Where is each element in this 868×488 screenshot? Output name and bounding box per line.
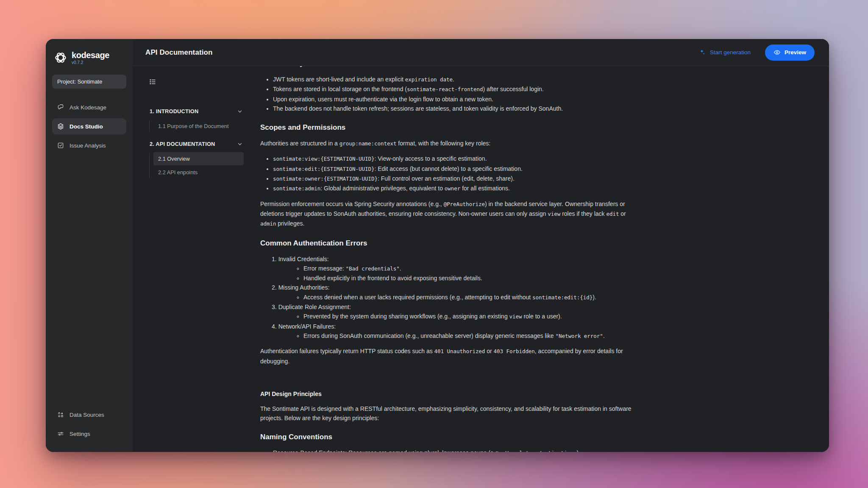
main-panel: API Documentation Start generation Previ…: [133, 39, 829, 452]
sub-list: Access denied when a user lacks required…: [272, 293, 635, 302]
list-item: Tokens are stored in local storage on th…: [273, 84, 635, 94]
list-item: The backend does not handle token refres…: [273, 104, 635, 113]
doc-heading-design-principles: API Design Principles: [260, 389, 635, 399]
list-item: sontimate:admin: Global administrative p…: [273, 184, 635, 193]
project-selector[interactable]: Project: Sontimate: [52, 75, 126, 89]
list-item: Resource-Based Endpoints: Resources are …: [273, 448, 635, 452]
layers-icon: [57, 123, 64, 130]
toc-section-introduction[interactable]: 1. INTRODUCTION: [149, 105, 244, 117]
sidebar-footer-nav: Data Sources Settings: [52, 407, 126, 442]
sidebar-item-label: Settings: [70, 431, 90, 437]
sparkles-icon: [699, 49, 706, 56]
document-body: Token Lifecycle and Renewal JWT tokens a…: [260, 66, 635, 452]
kodesage-logo-icon: [53, 50, 68, 65]
document-scroll-area[interactable]: Token Lifecycle and Renewal JWT tokens a…: [244, 66, 829, 452]
numbered-item: 4.Network/API Failures: Errors during So…: [260, 322, 635, 341]
sidebar-item-label: Issue Analysis: [70, 142, 106, 149]
toc-item-2-2-api-endpoints[interactable]: 2.2 API enpoints: [153, 166, 244, 179]
check-square-icon: [57, 142, 64, 149]
numbered-item: 1.Invalid Credentials: Error message: "B…: [260, 254, 635, 283]
doc-heading-naming-conventions: Naming Conventions: [260, 432, 635, 442]
paragraph: The Sontimate API is designed with a RES…: [260, 404, 635, 423]
item-title: Missing Authorities:: [278, 284, 330, 291]
start-generation-label: Start generation: [710, 49, 751, 56]
list-item: Access denied when a user lacks required…: [303, 293, 635, 302]
sidebar-item-label: Data Sources: [70, 412, 104, 418]
item-number: 4.: [272, 323, 277, 330]
toc-item-2-1-overview[interactable]: 2.1 Overview: [153, 152, 244, 165]
header: API Documentation Start generation Previ…: [133, 39, 829, 66]
toc-section-label: 2. API DOCUMENTATION: [150, 141, 215, 147]
list-item: JWT tokens are short-lived and include a…: [273, 75, 635, 84]
toc-section-api-documentation[interactable]: 2. API DOCUMENTATION: [149, 138, 244, 150]
toc-children-introduction: 1.1 Purpose of the Document: [149, 120, 244, 133]
item-number: 1.: [272, 256, 277, 262]
sidebar-item-ask-kodesage[interactable]: Ask Kodesage: [52, 99, 126, 115]
paragraph: Authentication failures typically return…: [260, 346, 635, 366]
eye-icon: [773, 49, 781, 56]
paragraph: Permission enforcement occurs via Spring…: [260, 199, 635, 229]
list-item: Prevented by the system during sharing w…: [303, 312, 635, 321]
data-sources-icon: [57, 411, 64, 418]
toc-item-1-1-purpose[interactable]: 1.1 Purpose of the Document: [153, 120, 244, 133]
preview-label: Preview: [785, 49, 806, 56]
list-item: sontimate:view:{ESTIMATION-UUID}: View-o…: [273, 154, 635, 164]
numbered-item: 2.Missing Authorities: Access denied whe…: [260, 283, 635, 302]
paragraph: Authorities are structured in a group:na…: [260, 139, 635, 148]
sidebar-item-issue-analysis[interactable]: Issue Analysis: [52, 137, 126, 153]
error-numbered-list: 1.Invalid Credentials: Error message: "B…: [260, 254, 635, 341]
toc-tree: 1. INTRODUCTION 1.1 Purpose of the Docum…: [149, 105, 244, 179]
doc-heading-token-lifecycle: Token Lifecycle and Renewal: [260, 66, 635, 69]
chevron-down-icon[interactable]: [237, 109, 243, 114]
sidebar-item-label: Docs Studio: [70, 123, 103, 130]
start-generation-button[interactable]: Start generation: [696, 48, 753, 56]
doc-heading-auth-errors: Common Authentication Errors: [260, 238, 635, 248]
page-title: API Documentation: [145, 48, 213, 57]
sidebar-item-data-sources[interactable]: Data Sources: [52, 407, 126, 423]
list-item: Error message: "Bad credentials".: [303, 264, 635, 273]
sub-list: Error message: "Bad credentials". Handle…: [272, 264, 635, 283]
toc-panel: 1. INTRODUCTION 1.1 Purpose of the Docum…: [133, 66, 244, 452]
logo: kodesage v0.7.2: [52, 50, 126, 65]
app-window: kodesage v0.7.2 Project: Sontimate Ask K…: [46, 39, 829, 452]
item-number: 3.: [272, 304, 277, 310]
item-title: Network/API Failures:: [278, 323, 336, 330]
sidebar-item-settings[interactable]: Settings: [52, 426, 126, 442]
app-version: v0.7.2: [72, 60, 109, 65]
app-name: kodesage: [72, 50, 109, 60]
jwt-bullet-list: JWT tokens are short-lived and include a…: [260, 75, 635, 113]
section-gap: [260, 371, 635, 389]
scopes-bullet-list: sontimate:view:{ESTIMATION-UUID}: View-o…: [260, 154, 635, 193]
toc-section-label: 1. INTRODUCTION: [150, 108, 198, 114]
item-title: Duplicate Role Assignment:: [278, 304, 351, 310]
toc-list-icon[interactable]: [149, 78, 156, 86]
sidebar-nav: Ask Kodesage Docs Studio Issue Analysis: [52, 99, 126, 153]
sidebar-item-docs-studio[interactable]: Docs Studio: [52, 118, 126, 134]
content-area: 1. INTRODUCTION 1.1 Purpose of the Docum…: [133, 66, 829, 452]
list-item: Upon expiration, users must re-authentic…: [273, 95, 635, 104]
list-item: Errors during SonAuth communication (e.g…: [303, 331, 635, 341]
chevron-down-icon[interactable]: [237, 141, 243, 147]
sidebar-item-label: Ask Kodesage: [70, 104, 106, 111]
sub-list: Errors during SonAuth communication (e.g…: [272, 331, 635, 341]
list-item: Handled explicitly in the frontend to av…: [303, 273, 635, 283]
sub-list: Prevented by the system during sharing w…: [272, 312, 635, 321]
list-item: sontimate:owner:{ESTIMATION-UUID}: Full …: [273, 174, 635, 184]
naming-bullet-list: Resource-Based Endpoints: Resources are …: [260, 448, 635, 452]
numbered-item: 3.Duplicate Role Assignment: Prevented b…: [260, 302, 635, 322]
chat-icon: [57, 103, 64, 111]
item-title: Invalid Credentials:: [278, 256, 329, 262]
list-item: sontimate:edit:{ESTIMATION-UUID}: Edit a…: [273, 164, 635, 174]
doc-heading-scopes: Scopes and Permissions: [260, 123, 635, 133]
preview-button[interactable]: Preview: [765, 45, 815, 61]
sidebar-spacer: [52, 153, 126, 396]
settings-sliders-icon: [57, 430, 64, 438]
item-number: 2.: [272, 284, 277, 291]
sidebar: kodesage v0.7.2 Project: Sontimate Ask K…: [46, 39, 133, 452]
toc-children-api-documentation: 2.1 Overview 2.2 API enpoints: [149, 152, 244, 179]
header-actions: Start generation Preview: [696, 45, 815, 61]
